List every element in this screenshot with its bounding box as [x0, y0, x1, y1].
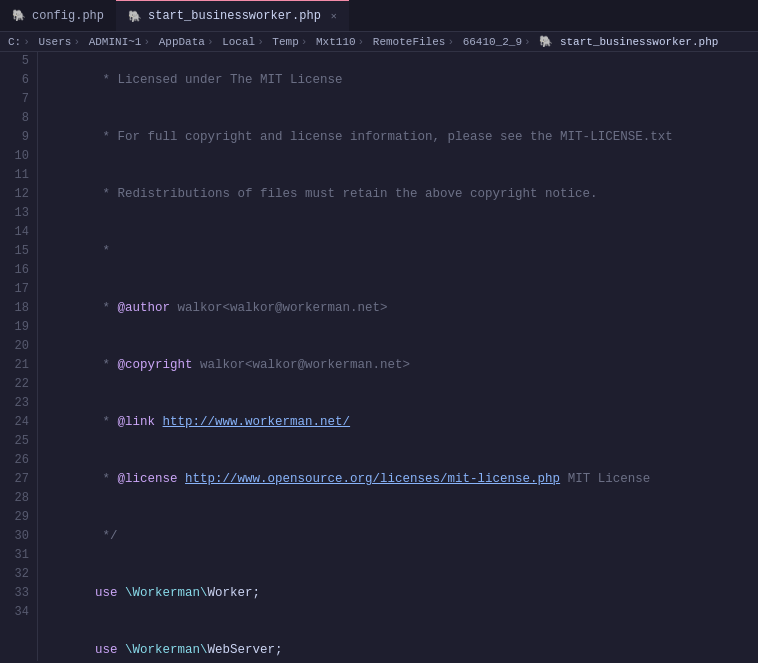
code-line-13: */ [50, 508, 758, 565]
code-line-5: * Licensed under The MIT License [50, 52, 758, 109]
code-line-10: * @copyright walkor<walkor@workerman.net… [50, 337, 758, 394]
code-line-12: * @license http://www.opensource.org/lic… [50, 451, 758, 508]
code-line-7: * Redistributions of files must retain t… [50, 166, 758, 223]
code-line-14: use \Workerman\Worker; [50, 565, 758, 622]
code-line-6: * For full copyright and license informa… [50, 109, 758, 166]
line-numbers: 5 6 7 8 9 10 11 12 13 14 15 16 17 18 19 … [0, 52, 38, 661]
tab-start-businessworker[interactable]: 🐘 start_businessworker.php ✕ [116, 0, 349, 31]
code-line-11: * @link http://www.workerman.net/ [50, 394, 758, 451]
php-icon: 🐘 [128, 10, 142, 23]
tab-close-icon[interactable]: ✕ [331, 10, 337, 22]
code-line-9: * @author walkor<walkor@workerman.net> [50, 280, 758, 337]
code-line-15: use \Workerman\WebServer; [50, 622, 758, 661]
code-area: 5 6 7 8 9 10 11 12 13 14 15 16 17 18 19 … [0, 52, 758, 661]
php-icon: 🐘 [12, 9, 26, 22]
tab-label: start_businessworker.php [148, 9, 321, 23]
code-content: * Licensed under The MIT License * For f… [38, 52, 758, 661]
tab-config[interactable]: 🐘 config.php [0, 0, 116, 31]
tab-label: config.php [32, 9, 104, 23]
breadcrumb: C:› Users› ADMINI~1› AppData› Local› Tem… [0, 32, 758, 52]
code-line-8: * [50, 223, 758, 280]
tab-bar: 🐘 config.php 🐘 start_businessworker.php … [0, 0, 758, 32]
